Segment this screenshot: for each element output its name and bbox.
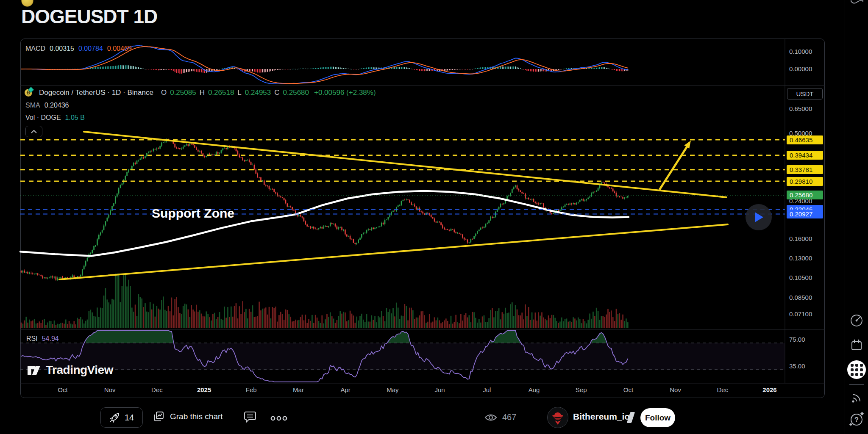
macd-legend: MACD 0.00315 0.00784 0.00469 <box>25 45 132 53</box>
tradingview-logo-icon <box>26 362 42 378</box>
time-axis-label: 2026 <box>753 386 787 393</box>
open-label: O <box>161 88 167 97</box>
grab-chart-label: Grab this chart <box>170 412 223 421</box>
collapse-panel-button[interactable] <box>25 126 42 137</box>
axis-label: 0.10500 <box>789 274 812 281</box>
chart-copy-icon <box>153 411 164 423</box>
rsi-value: 54.94 <box>42 335 59 343</box>
watermark-text: TradingView <box>46 363 113 377</box>
macd-hist-value: 0.00315 <box>50 45 74 53</box>
axis-label: 0.10000 <box>789 48 812 55</box>
rsi-label: RSI <box>26 335 38 343</box>
symbol-title[interactable]: Dogecoin / TetherUS · 1D · Binance <box>39 88 153 97</box>
volume-value: 1.05 B <box>65 114 85 122</box>
svg-text:?: ? <box>854 416 859 423</box>
close-label: C <box>274 88 279 97</box>
axis-label: 0.08500 <box>789 294 812 301</box>
macd-signal-value: 0.00469 <box>107 45 132 53</box>
username[interactable]: Bithereum_io <box>573 412 630 422</box>
macd-value: 0.00784 <box>78 45 103 53</box>
calendar-icon <box>849 337 864 353</box>
time-axis-label: Nov <box>659 386 693 393</box>
sma-legend: SMA 0.20436 <box>25 102 69 109</box>
more-icon <box>270 415 288 421</box>
time-axis-label: Dec <box>706 386 740 393</box>
symbol-legend: Ð Dogecoin / TetherUS · 1D · Binance O 0… <box>25 88 376 97</box>
high-value: 0.26518 <box>208 88 234 97</box>
apps-grid-icon <box>851 364 854 367</box>
time-axis-label: Aug <box>517 386 551 393</box>
support-zone-label[interactable]: Support Zone <box>152 206 234 221</box>
close-value: 0.25680 <box>283 88 309 97</box>
time-axis-label: Oct <box>611 386 645 393</box>
play-icon <box>753 211 764 223</box>
help-button[interactable]: ? <box>848 411 865 428</box>
price-level-badge: 0.39434 <box>787 151 823 160</box>
time-axis-label: Sep <box>564 386 598 393</box>
radar-icon <box>849 313 864 328</box>
volume-label: Vol · DOGE <box>25 114 61 122</box>
chevron-up-icon <box>31 130 37 133</box>
macd-label: MACD <box>25 45 45 53</box>
time-axis-label: Apr <box>328 386 362 393</box>
calendar-button[interactable] <box>848 337 865 354</box>
apps-grid-button[interactable] <box>847 360 866 379</box>
time-axis-label: Oct <box>46 386 80 393</box>
axis-label: 35.00 <box>789 362 805 370</box>
page-title: DOGEUSDT 1D <box>21 5 157 28</box>
dogecoin-icon: Ð <box>25 88 33 97</box>
time-axis-label: Jun <box>423 386 457 393</box>
signal-button[interactable] <box>848 390 865 406</box>
signal-icon <box>849 390 864 406</box>
play-button[interactable] <box>746 204 772 230</box>
tradingview-chart-page: DOGEUSDT 1D MACD 0.00315 0.00784 0.00469… <box>0 0 868 434</box>
tradingview-watermark: TradingView <box>26 362 113 378</box>
axis-label: 0.00000 <box>789 65 812 72</box>
help-icon: ? <box>848 411 865 428</box>
time-axis-label: May <box>376 386 409 393</box>
price-level-badge: 0.29810 <box>787 177 823 186</box>
axis-label: 0.16000 <box>789 235 812 242</box>
avatar-spy-icon <box>548 407 568 428</box>
views-count: 467 <box>502 412 516 422</box>
comment-icon <box>243 411 257 423</box>
rsi-legend: RSI 54.94 <box>26 335 59 343</box>
radar-button[interactable] <box>848 312 865 329</box>
price-level-badge: 0.46635 <box>787 135 823 144</box>
low-value: 0.24953 <box>245 88 271 97</box>
time-axis-label: Feb <box>234 386 268 393</box>
time-axis-label: Nov <box>93 386 127 393</box>
time-axis-label: 2025 <box>187 386 221 393</box>
open-value: 0.25085 <box>170 88 196 97</box>
sma-value: 0.20436 <box>45 102 69 109</box>
time-axis-label: Mar <box>281 386 315 393</box>
volume-legend: Vol · DOGE 1.05 B <box>25 114 85 122</box>
sidebar-divider <box>849 384 864 385</box>
right-sidebar: ? <box>845 0 868 434</box>
high-label: H <box>200 88 205 97</box>
boost-button[interactable]: 14 <box>100 407 143 428</box>
rocket-icon <box>109 412 120 423</box>
axis-label: 0.13000 <box>789 254 812 262</box>
follow-button[interactable]: Follow <box>640 408 675 427</box>
avatar[interactable] <box>547 407 568 428</box>
partial-bookmark-icon <box>850 0 864 5</box>
price-level-badge: 0.33781 <box>787 165 823 174</box>
time-axis-label: Dec <box>140 386 174 393</box>
time-axis-label: Jul <box>470 386 504 393</box>
comment-button[interactable] <box>243 411 257 425</box>
change-value: +0.00596 (+2.38%) <box>314 88 376 97</box>
boost-count: 14 <box>125 413 134 423</box>
more-options-button[interactable] <box>270 415 288 423</box>
axis-label: 0.65000 <box>789 105 812 112</box>
axis-label: 0.07100 <box>789 310 812 318</box>
eye-icon <box>484 413 497 422</box>
currency-usdt-button[interactable]: USDT <box>787 88 823 100</box>
axis-label: 75.00 <box>789 336 805 343</box>
views-counter: 467 <box>484 412 516 422</box>
sma-label: SMA <box>25 102 40 109</box>
low-label: L <box>237 88 241 97</box>
grab-chart-button[interactable]: Grab this chart <box>153 411 223 423</box>
price-level-badge: 0.20927 <box>787 210 823 218</box>
price-level-badge: 0.25680 <box>787 191 823 199</box>
